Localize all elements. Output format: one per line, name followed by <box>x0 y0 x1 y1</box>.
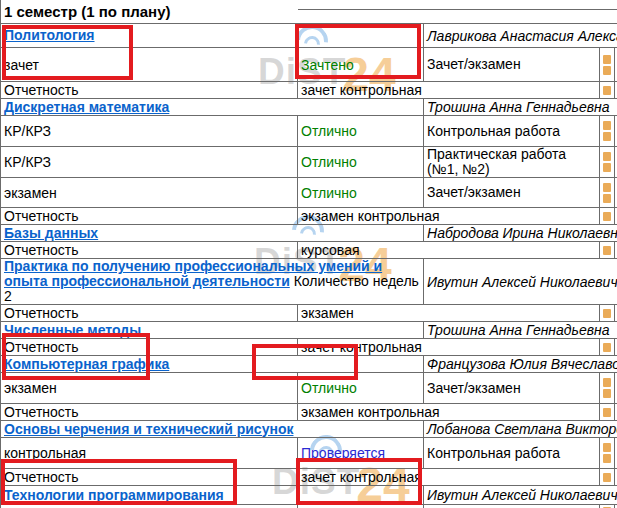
subject-link-programming-tech[interactable]: Технологии программирования <box>4 487 224 503</box>
clipped-text-fragment <box>600 339 615 356</box>
semester-grades-page: 1 семестр (1 по плану) DiST24 DiST24 DiS… <box>0 0 617 508</box>
control-type: КР/КРЗ <box>1 116 298 147</box>
clipped-text-fragment <box>600 438 615 469</box>
clipped-border-segment <box>0 0 1 23</box>
report-label: Отчетность <box>1 404 298 421</box>
table-row: Отчетность экзамен <box>1 305 617 322</box>
grade-value: Отлично <box>298 116 424 147</box>
grade-value: Проверяется <box>298 438 424 469</box>
report-value: экзамен <box>298 305 600 322</box>
clipped-text-fragment <box>600 242 615 259</box>
report-value: экзамен контрольная <box>298 208 600 225</box>
table-row: Отчетность курсовая <box>1 242 617 259</box>
control-type: экзамен <box>1 373 298 404</box>
table-row: зачет Зачтено Зачет <box>1 505 617 508</box>
grade-value: Отлично <box>298 178 424 208</box>
clipped-text-fragment <box>600 305 615 322</box>
control-type: контрольная <box>1 438 298 469</box>
work-type: Контрольная работа <box>424 116 600 147</box>
report-label: Отчетность <box>1 469 298 486</box>
clipped-text-fragment <box>600 178 615 208</box>
grade-value: Отлично <box>298 373 424 404</box>
clipped-text-fragment <box>600 469 615 486</box>
report-value: зачет контрольная <box>298 82 600 99</box>
subject-cell: Базы данных <box>1 225 424 242</box>
table-row: Компьютерная графика Французова Юлия Вяч… <box>1 356 617 373</box>
subject-cell: Основы черчения и технический рисунок <box>1 421 424 438</box>
subject-cell: Дискретная математика <box>1 99 424 116</box>
subject-cell: Численные методы <box>1 322 424 339</box>
clipped-text-fragment <box>600 82 615 99</box>
table-row: Базы данных Набродова Ирина Николаевна <box>1 225 617 242</box>
subject-cell: Компьютерная графика <box>1 356 424 373</box>
report-label: Отчетность <box>1 339 298 356</box>
teacher-name: Трошина Анна Геннадьевна <box>424 322 617 339</box>
work-type: Практическая работа (№1, №2) <box>424 147 600 178</box>
teacher-name: Лобанова Светлана Викторов <box>424 421 617 438</box>
subject-link-numerical-methods[interactable]: Численные методы <box>4 322 141 338</box>
work-type: Зачет/экзамен <box>424 373 600 404</box>
subject-cell: Политология <box>1 24 424 48</box>
teacher-name: Лаврикова Анастасия Алекса <box>424 24 617 48</box>
table-row: Отчетность зачет контрольная <box>1 469 617 486</box>
report-value: курсовая <box>298 242 600 259</box>
clipped-text-fragment <box>600 404 615 421</box>
teacher-name: Набродова Ирина Николаевна <box>424 225 617 242</box>
report-value: зачет контрольная <box>298 469 600 486</box>
work-type: Контрольная работа <box>424 438 600 469</box>
clipped-text-fragment <box>600 208 615 225</box>
semester-grades-table: Политология Лаврикова Анастасия Алекса з… <box>0 23 617 508</box>
report-label: Отчетность <box>1 82 298 99</box>
table-row: Дискретная математика Трошина Анна Генна… <box>1 99 617 116</box>
table-row: экзамен Отлично Зачет/экзамен <box>1 373 617 404</box>
table-row: КР/КРЗ Отлично Практическая работа (№1, … <box>1 147 617 178</box>
table-row: Отчетность экзамен контрольная <box>1 208 617 225</box>
clipped-text-fragment <box>600 505 615 508</box>
table-row: Политология Лаврикова Анастасия Алекса <box>1 24 617 48</box>
table-row: Отчетность зачет контрольная <box>1 82 617 99</box>
clipped-text-fragment <box>600 48 615 82</box>
grade-value: Зачтено <box>298 505 424 508</box>
clipped-text-fragment <box>600 116 615 147</box>
table-row: Отчетность экзамен контрольная <box>1 404 617 421</box>
grade-value: Отлично <box>298 147 424 178</box>
subject-link-computer-graphics[interactable]: Компьютерная графика <box>4 356 169 372</box>
work-type: Зачет <box>424 505 600 508</box>
subject-link-politology[interactable]: Политология <box>4 27 95 43</box>
table-row: экзамен Отлично Зачет/экзамен <box>1 178 617 208</box>
clipped-text-fragment <box>600 373 615 404</box>
control-type: зачет <box>1 505 298 508</box>
table-row: Практика по получению профессиональных у… <box>1 259 617 305</box>
teacher-name: Французова Юлия Вячеславовн <box>424 356 617 373</box>
table-row: контрольная Проверяется Контрольная рабо… <box>1 438 617 469</box>
teacher-name: Трошина Анна Геннадьевна <box>424 99 617 116</box>
teacher-name: Ивутин Алексей Николаевич <box>424 259 617 305</box>
report-label: Отчетность <box>1 242 298 259</box>
subject-cell: Практика по получению профессиональных у… <box>1 259 424 305</box>
clipped-border-segment <box>298 9 617 10</box>
report-value: зачет контрольная <box>298 339 600 356</box>
report-label: Отчетность <box>1 208 298 225</box>
work-type: Зачет/экзамен <box>424 178 600 208</box>
report-label: Отчетность <box>1 305 298 322</box>
teacher-name: Ивутин Алексей Николаевич <box>424 486 617 505</box>
subject-link-drawing-basics[interactable]: Основы черчения и технический рисунок <box>4 421 293 437</box>
subject-link-discrete-math[interactable]: Дискретная математика <box>4 99 169 115</box>
control-type: экзамен <box>1 178 298 208</box>
semester-title: 1 семестр (1 по плану) <box>4 3 170 20</box>
control-type: КР/КРЗ <box>1 147 298 178</box>
report-value: экзамен контрольная <box>298 404 600 421</box>
table-row: КР/КРЗ Отлично Контрольная работа <box>1 116 617 147</box>
clipped-text-fragment <box>600 147 615 178</box>
table-row: Отчетность зачет контрольная <box>1 339 617 356</box>
work-type: Зачет/экзамен <box>424 48 600 82</box>
table-row: Технологии программирования Ивутин Алекс… <box>1 486 617 505</box>
subject-link-databases[interactable]: Базы данных <box>4 225 98 241</box>
subject-cell: Технологии программирования <box>1 486 424 505</box>
table-row: зачет Зачтено Зачет/экзамен <box>1 48 617 82</box>
control-type: зачет <box>1 48 298 82</box>
table-row: Основы черчения и технический рисунок Ло… <box>1 421 617 438</box>
table-row: Численные методы Трошина Анна Геннадьевн… <box>1 322 617 339</box>
grade-value: Зачтено <box>298 48 424 82</box>
